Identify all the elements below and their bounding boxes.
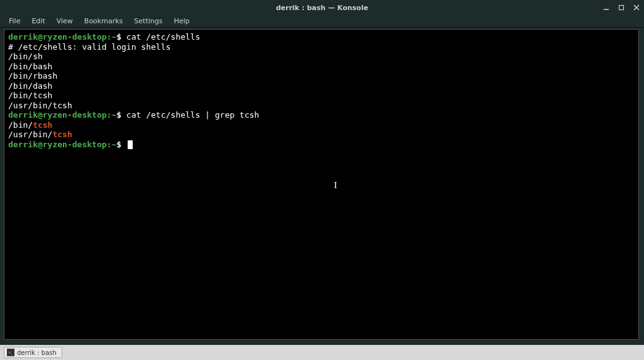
menu-settings[interactable]: Settings: [129, 16, 167, 26]
text-cursor-icon: I: [334, 181, 335, 191]
menu-bookmarks[interactable]: Bookmarks: [79, 16, 128, 26]
svg-rect-1: [619, 6, 624, 10]
menu-file[interactable]: File: [4, 16, 25, 26]
taskbar-item-label: derrik : bash: [17, 349, 57, 356]
taskbar: derrik : bash: [0, 345, 644, 360]
close-button[interactable]: [633, 4, 640, 11]
menu-edit[interactable]: Edit: [26, 16, 50, 26]
window-title: derrik : bash — Konsole: [276, 4, 369, 12]
terminal-content: derrik@ryzen-desktop:~$ cat /etc/shells#…: [8, 32, 635, 149]
terminal-cursor: [128, 140, 133, 149]
maximize-button[interactable]: [618, 4, 625, 11]
titlebar: derrik : bash — Konsole: [0, 0, 644, 15]
minimize-button[interactable]: [602, 4, 610, 11]
menu-help[interactable]: Help: [169, 16, 194, 26]
terminal[interactable]: derrik@ryzen-desktop:~$ cat /etc/shells#…: [4, 29, 639, 340]
menu-view[interactable]: View: [52, 16, 78, 26]
terminal-icon: [7, 349, 14, 356]
menubar: File Edit View Bookmarks Settings Help: [0, 15, 644, 28]
taskbar-item-konsole[interactable]: derrik : bash: [4, 347, 62, 358]
window-controls: [602, 0, 640, 15]
